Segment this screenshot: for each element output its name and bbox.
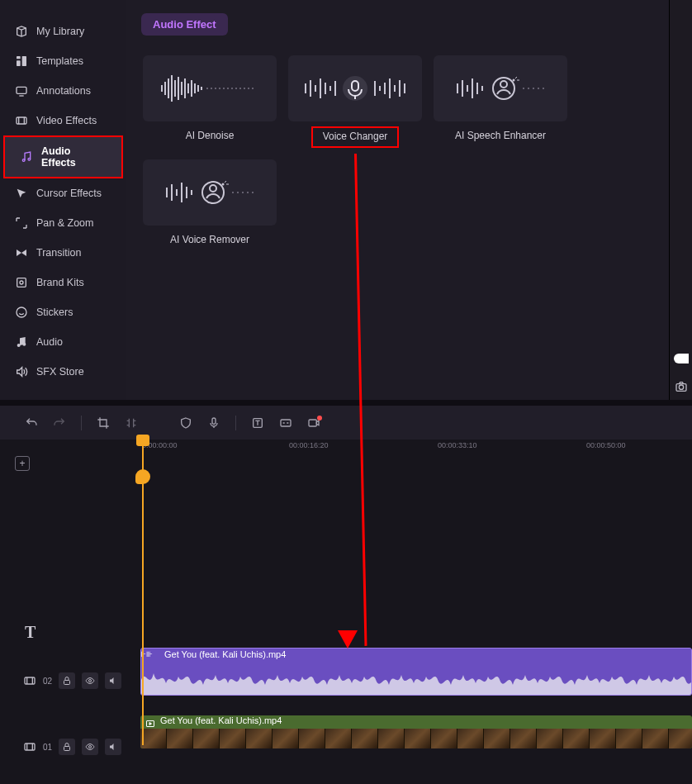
svg-point-81 [252,192,254,193]
svg-rect-88 [25,677,35,684]
svg-point-26 [211,88,212,89]
ruler-tick: 00:00:33:10 [438,441,477,449]
svg-point-10 [17,344,21,347]
svg-point-75 [210,185,216,192]
sidebar-item-pan-zoom[interactable]: Pan & Zoom [0,208,126,238]
sidebar-item-audio[interactable]: Audio [0,327,126,357]
svg-rect-0 [17,56,21,59]
redo-button[interactable] [53,416,66,430]
svg-point-63 [523,88,524,89]
panel-title: Audio Effect [141,13,228,36]
svg-point-83 [679,385,683,389]
sfx-icon [15,365,28,378]
sidebar: My Library Templates Annotations Video E… [0,0,126,405]
svg-point-34 [244,88,245,89]
sidebar-item-my-library[interactable]: My Library [0,17,126,46]
text-track-icon: T [25,623,36,642]
library-icon [15,25,28,38]
effects-panel: Audio Effect AI Denoise [126,0,692,405]
svg-rect-12 [161,85,163,92]
svg-point-62 [513,79,515,82]
effect-label: AI Denoise [186,130,235,141]
svg-rect-92 [64,747,70,751]
svg-point-64 [528,88,529,89]
shield-button[interactable] [179,416,192,430]
svg-rect-22 [194,83,196,93]
sidebar-item-sfx-store[interactable]: SFX Store [0,357,126,387]
effect-label: AI Speech Enhancer [455,130,546,141]
video-fx-icon [15,114,28,127]
svg-point-79 [242,192,244,193]
mic-button[interactable] [207,416,220,430]
track-controls-row: 01 [23,739,121,755]
visibility-button[interactable] [82,739,98,755]
sidebar-item-cursor-effects[interactable]: Cursor Effects [0,178,126,208]
playhead-marker[interactable] [135,469,150,484]
mute-button[interactable] [105,739,121,755]
sidebar-item-audio-effects[interactable]: Audio Effects [5,137,121,177]
timeline-ruler[interactable]: 0:00:00:00 00:00:16:20 00:00:33:10 00:00… [0,440,692,456]
cursor-fx-icon [15,187,28,200]
svg-rect-2 [22,56,26,66]
effect-card-voice-changer[interactable]: Voice Changer [288,55,422,148]
sidebar-item-stickers[interactable]: Stickers [0,297,126,327]
svg-rect-84 [212,418,216,424]
sidebar-item-label: Pan & Zoom [36,217,93,229]
svg-point-27 [215,88,216,89]
crop-button[interactable] [97,416,110,430]
annotation-arrow [355,154,357,646]
svg-rect-19 [184,78,186,98]
sidebar-item-annotations[interactable]: Annotations [0,76,126,106]
video-clip[interactable]: Get You (feat. Kali Uchis).mp4 [140,715,692,748]
svg-point-9 [17,307,26,317]
sidebar-item-label: Transition [36,247,81,259]
svg-rect-21 [191,80,192,97]
svg-rect-13 [164,82,166,95]
audio-icon [15,335,28,349]
effect-card-ai-denoise[interactable]: AI Denoise [143,55,277,148]
sidebar-item-label: Audio Effects [41,145,107,169]
svg-point-35 [248,88,249,89]
svg-rect-3 [17,87,26,93]
svg-point-28 [219,88,220,89]
svg-point-80 [247,192,249,193]
svg-rect-17 [178,77,179,100]
effect-card-ai-voice-remover[interactable]: AI Voice Remover [143,159,277,245]
sidebar-item-video-effects[interactable]: Video Effects [0,106,126,135]
effect-card-ai-speech-enhancer[interactable]: AI Speech Enhancer [434,55,567,148]
record-button[interactable] [307,416,325,430]
sidebar-item-brand-kits[interactable]: Brand Kits [0,268,126,297]
sidebar-item-transition[interactable]: Transition [0,238,126,268]
svg-point-93 [89,746,92,748]
effect-label: Voice Changer [311,126,400,148]
transition-icon [15,246,28,259]
lock-button[interactable] [59,739,75,755]
sidebar-item-label: SFX Store [36,366,84,378]
svg-point-65 [533,88,534,89]
svg-rect-16 [174,80,176,97]
ruler-tick: 00:00:16:20 [289,441,329,449]
playhead[interactable] [142,440,144,745]
sidebar-item-label: My Library [36,26,84,37]
svg-rect-87 [309,420,316,426]
svg-rect-91 [25,744,35,750]
audio-clip[interactable]: ⊪⊪ Get You (feat. Kali Uchis).mp4 [140,648,692,696]
sidebar-item-templates[interactable]: Templates [0,46,126,76]
svg-rect-20 [187,83,189,93]
caption-button[interactable] [279,416,292,430]
add-track-button[interactable]: + [15,456,30,471]
svg-rect-4 [17,117,26,124]
sidebar-item-label: Brand Kits [36,277,84,288]
undo-button[interactable] [25,416,38,430]
timeline-toolbar [0,405,692,440]
svg-point-29 [223,88,225,89]
visibility-button[interactable] [82,672,98,689]
mute-button[interactable] [105,672,121,689]
right-panel-edge [669,0,692,405]
text-button[interactable] [251,416,264,430]
lock-button[interactable] [59,672,75,689]
camera-icon[interactable] [675,380,688,393]
split-button[interactable] [125,416,138,430]
track-number: 02 [43,677,52,686]
resize-handle[interactable] [674,354,689,363]
